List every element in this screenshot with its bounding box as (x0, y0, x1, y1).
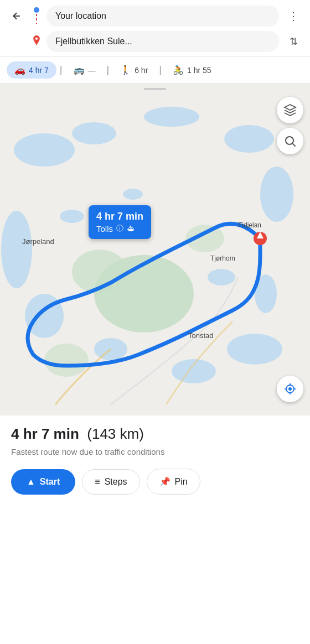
tab-separator-2: | (106, 64, 111, 76)
tab-driving[interactable]: 🚗 4 hr 7 (7, 61, 56, 79)
steps-icon: ≡ (95, 477, 100, 487)
map-view[interactable]: Jørpeland Fidjelan Tjørhom Tonstad 4 hr … (0, 84, 310, 416)
svg-point-9 (172, 359, 216, 383)
svg-point-12 (123, 189, 143, 200)
svg-point-24 (286, 137, 293, 144)
search-map-button[interactable] (277, 128, 303, 154)
transport-mode-tabs: 🚗 4 hr 7 | 🚌 — | 🚶 6 hr | 🚴 1 hr 55 (0, 57, 310, 84)
action-buttons-row: ▲ Start ≡ Steps 📌 Pin (11, 469, 299, 495)
bubble-tolls: Tolls ⓘ ⛴ (96, 224, 143, 233)
tab-transit[interactable]: 🚌 — (66, 61, 104, 79)
svg-point-17 (44, 344, 89, 377)
info-icon: ⓘ (116, 224, 123, 233)
destination-pin-icon (31, 36, 42, 47)
layers-button[interactable] (277, 97, 303, 123)
ferry-icon: ⛴ (127, 224, 135, 233)
pin-label: Pin (175, 477, 188, 487)
bus-icon: 🚌 (74, 65, 85, 75)
start-icon: ▲ (27, 477, 35, 487)
walk-time: 6 hr (135, 66, 148, 75)
svg-point-6 (1, 211, 32, 288)
walk-icon: 🚶 (120, 65, 131, 75)
route-info-bubble[interactable]: 4 hr 7 min Tolls ⓘ ⛴ (89, 205, 151, 239)
bubble-tolls-label: Tolls (96, 224, 113, 233)
svg-text:Tonstad: Tonstad (188, 331, 214, 340)
more-options-button[interactable]: ⋮ (283, 6, 303, 26)
route-duration-title: 4 hr 7 min (143 km) (11, 425, 299, 443)
svg-point-2 (72, 122, 116, 144)
driving-time: 4 hr 7 (29, 66, 49, 75)
steps-button[interactable]: ≡ Steps (82, 469, 140, 495)
route-distance: (143 km) (87, 425, 144, 442)
map-drag-handle[interactable] (144, 88, 166, 90)
transit-time: — (88, 66, 96, 75)
my-location-button[interactable] (277, 376, 303, 402)
svg-point-25 (288, 387, 292, 391)
origin-dot (31, 7, 42, 25)
route-description: Fastest route now due to traffic conditi… (11, 446, 299, 458)
svg-point-1 (14, 133, 75, 167)
steps-label: Steps (105, 477, 127, 487)
swap-directions-button[interactable]: ⇅ (283, 32, 303, 51)
svg-text:Jørpeland: Jørpeland (22, 237, 54, 246)
svg-point-4 (224, 125, 274, 153)
back-button[interactable] (7, 6, 27, 26)
svg-text:Fidjelan: Fidjelan (238, 221, 261, 229)
origin-row: Your location ⋮ (7, 6, 303, 27)
tab-cycling[interactable]: 🚴 1 hr 55 (165, 61, 219, 79)
bike-time: 1 hr 55 (187, 66, 211, 75)
pin-button[interactable]: 📌 Pin (147, 469, 200, 495)
svg-text:Tjørhom: Tjørhom (210, 255, 235, 262)
start-label: Start (40, 477, 60, 487)
pin-icon: 📌 (159, 476, 170, 487)
route-details-panel: 4 hr 7 min (143 km) Fastest route now du… (0, 416, 310, 506)
svg-point-3 (144, 107, 199, 127)
svg-point-5 (260, 167, 293, 222)
car-icon: 🚗 (14, 65, 25, 75)
tab-separator-3: | (158, 64, 163, 76)
svg-point-10 (227, 334, 282, 365)
svg-point-11 (60, 210, 84, 223)
destination-row: Fjellbutikken Sule... ⇅ (31, 31, 303, 52)
bike-icon: 🚴 (173, 65, 184, 75)
route-time: 4 hr 7 min (11, 425, 79, 442)
tab-walking[interactable]: 🚶 6 hr (112, 61, 156, 79)
destination-input[interactable]: Fjellbutikken Sule... (46, 31, 279, 52)
tab-separator-1: | (59, 64, 64, 76)
bubble-time: 4 hr 7 min (96, 211, 143, 222)
origin-input[interactable]: Your location (46, 6, 279, 27)
start-navigation-button[interactable]: ▲ Start (11, 469, 75, 495)
svg-point-13 (208, 269, 235, 285)
navigation-header: Your location ⋮ Fjellbutikken Sule... ⇅ (0, 0, 310, 57)
map-svg: Jørpeland Fidjelan Tjørhom Tonstad (0, 84, 310, 416)
